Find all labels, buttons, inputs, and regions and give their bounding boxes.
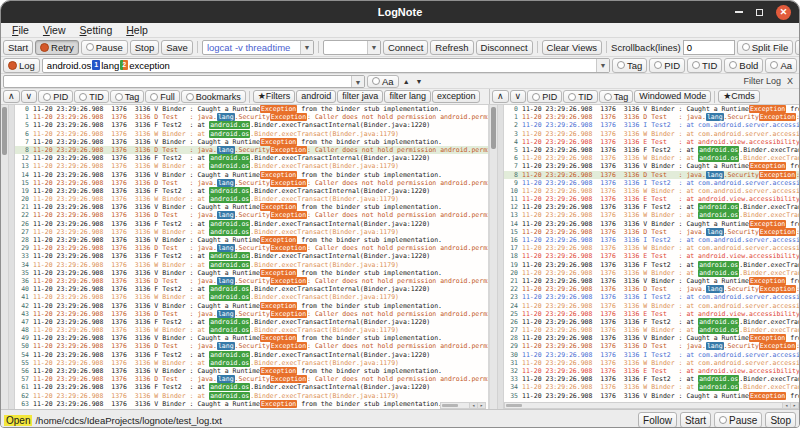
right-pid-checkbox[interactable]: PID: [527, 90, 562, 103]
chevron-down-icon[interactable]: ▼: [596, 59, 609, 72]
log-row[interactable]: 2911-20 23:29:26.908 1376 3136 D Test : …: [15, 244, 488, 252]
left-horizontal-scrollbar[interactable]: ◂ ▸: [440, 402, 486, 409]
clear-views-button[interactable]: Clear Views: [542, 40, 603, 55]
open-file-path[interactable]: /home/cdcs/IdeaProjects/lognote/test_log…: [35, 415, 635, 426]
log-row[interactable]: 2611-20 23:29:26.908 1376 3136 F Test2 :…: [504, 318, 799, 326]
log-row[interactable]: 3311-20 23:29:26.908 1376 3136 F Test2 :…: [504, 375, 799, 383]
log-row[interactable]: 4211-20 23:29:26.908 1376 3136 V Binder …: [15, 302, 488, 310]
log-row[interactable]: 4111-20 23:29:26.908 1376 3136 W Binder …: [15, 293, 488, 301]
right-vertical-scrollbar[interactable]: [490, 105, 498, 409]
log-row[interactable]: 011-20 23:29:26.908 1376 3136 V Binder :…: [504, 105, 799, 113]
log-row[interactable]: 511-20 23:29:26.908 1376 3136 F Test2 : …: [15, 121, 488, 129]
log-row[interactable]: 6211-20 23:29:26.908 1376 3136 W Binder …: [15, 392, 488, 400]
log-row[interactable]: 611-20 23:29:26.908 1376 3136 W Binder :…: [504, 154, 799, 162]
left-full-checkbox[interactable]: Full: [145, 90, 180, 103]
scroll-right-icon[interactable]: ▸: [477, 403, 485, 408]
log-row[interactable]: 2311-20 23:29:26.908 1376 3136 I Test2 :…: [504, 293, 799, 301]
right-horizontal-scrollbar[interactable]: ◂ ▸: [504, 402, 799, 409]
log-row[interactable]: 5411-20 23:29:26.908 1376 3136 F Test2 :…: [15, 351, 488, 359]
chevron-down-icon[interactable]: ▼: [351, 76, 364, 87]
log-row[interactable]: 1411-20 23:29:26.908 1376 3136 V Binder …: [15, 171, 488, 179]
log-row[interactable]: 3511-20 23:29:26.908 1376 3136 V Binder …: [504, 392, 799, 400]
filtered-log-rows[interactable]: ◂ ▸ 011-20 23:29:26.908 1376 3136 V Bind…: [15, 105, 488, 409]
status-pause-checkbox[interactable]: Pause: [714, 412, 762, 428]
retry-toggle[interactable]: Retry: [35, 40, 79, 55]
close-icon[interactable]: ✕: [776, 5, 791, 20]
apply-button[interactable]: Apply: [795, 40, 800, 55]
log-row[interactable]: 5011-20 23:29:26.908 1376 3136 D Test : …: [15, 342, 488, 350]
full-log-rows[interactable]: ◂ ▸ 011-20 23:29:26.908 1376 3136 V Bind…: [504, 105, 799, 409]
stop-button[interactable]: Stop: [130, 40, 160, 55]
log-row[interactable]: 611-20 23:29:26.908 1376 3136 W Binder :…: [15, 130, 488, 138]
log-row[interactable]: 011-20 23:29:26.908 1376 3136 V Binder :…: [15, 105, 488, 113]
log-row[interactable]: 5511-20 23:29:26.908 1376 3136 W Binder …: [15, 359, 488, 367]
log-row[interactable]: 2811-20 23:29:26.908 1376 3136 V Binder …: [15, 236, 488, 244]
saved-filter-filter-lang[interactable]: filter lang: [384, 90, 431, 103]
log-row[interactable]: 2511-20 23:29:26.908 1376 3136 E Test : …: [504, 310, 799, 318]
log-row[interactable]: 1011-20 23:29:26.908 1376 3136 W Binder …: [504, 187, 799, 195]
status-stop-button[interactable]: Stop: [765, 412, 796, 428]
scrollbar-thumb[interactable]: [491, 107, 496, 149]
log-row[interactable]: 1811-20 23:29:26.908 1376 3136 E Test : …: [504, 252, 799, 260]
save-button[interactable]: Save: [161, 40, 193, 55]
log-row[interactable]: 111-20 23:29:26.908 1376 3136 D Test : j…: [504, 113, 799, 121]
adb-command-combobox[interactable]: logcat -v threadtime ▼: [202, 40, 314, 55]
left-bookmarks-checkbox[interactable]: Bookmarks: [181, 90, 246, 103]
log-row[interactable]: 811-20 23:29:26.908 1376 3136 D Test : j…: [504, 171, 799, 179]
log-row[interactable]: 3611-20 23:29:26.908 1376 3136 D Test : …: [15, 277, 488, 285]
log-row[interactable]: 1211-20 23:29:26.908 1376 3136 F Test2 :…: [504, 203, 799, 211]
filter-tid-checkbox[interactable]: TID: [687, 58, 722, 73]
log-row[interactable]: 3411-20 23:29:26.908 1376 3136 W Binder …: [504, 383, 799, 391]
filter-aa-checkbox[interactable]: Aa: [765, 58, 797, 73]
log-row[interactable]: 1311-20 23:29:26.908 1376 3136 W Binder …: [504, 211, 799, 219]
chevron-down-icon[interactable]: ▼: [300, 41, 313, 54]
log-row[interactable]: 1311-20 23:29:26.908 1376 3136 W Binder …: [15, 162, 488, 170]
saved-filter-exception[interactable]: exception: [432, 90, 481, 103]
start-button[interactable]: Start: [3, 40, 33, 55]
log-row[interactable]: 4811-20 23:29:26.908 1376 3136 W Binder …: [15, 326, 488, 334]
right-tid-checkbox[interactable]: TID: [563, 90, 598, 103]
log-row[interactable]: 2611-20 23:29:26.908 1376 3136 F Test2 :…: [15, 220, 488, 228]
search-next-button[interactable]: ▼: [414, 78, 425, 85]
split-file-checkbox[interactable]: Split File: [737, 40, 793, 55]
log-row[interactable]: 2711-20 23:29:26.908 1376 3136 W Binder …: [504, 326, 799, 334]
filter-tag-checkbox[interactable]: Tag: [612, 58, 647, 73]
saved-filter-android[interactable]: android: [296, 90, 336, 103]
left-scroll-down-button[interactable]: ∨: [21, 90, 38, 103]
search-case-checkbox[interactable]: Aa: [367, 75, 399, 88]
filter-bold-checkbox[interactable]: Bold: [724, 58, 763, 73]
title-bar[interactable]: LogNote ✕: [1, 1, 799, 23]
windowed-mode-button[interactable]: Windowed Mode: [634, 90, 711, 103]
log-row[interactable]: 4011-20 23:29:26.908 1376 3136 F Test2 :…: [15, 285, 488, 293]
filtered-log-pane[interactable]: ◂ ▸ 011-20 23:29:26.908 1376 3136 V Bind…: [1, 105, 490, 409]
left-scroll-up-button[interactable]: ∧: [3, 90, 20, 103]
filter-log-close-button[interactable]: X: [783, 76, 797, 86]
log-row[interactable]: 511-20 23:29:26.908 1376 3136 F Test2 : …: [504, 146, 799, 154]
minimize-icon[interactable]: [735, 11, 743, 13]
log-row[interactable]: 5611-20 23:29:26.908 1376 3136 V Binder …: [15, 367, 488, 375]
log-row[interactable]: 2211-20 23:29:26.908 1376 3136 D Test : …: [15, 211, 488, 219]
full-log-pane[interactable]: ◂ ▸ 011-20 23:29:26.908 1376 3136 V Bind…: [490, 105, 799, 409]
log-row[interactable]: 2111-20 23:29:26.908 1376 3136 V Binder …: [15, 203, 488, 211]
log-row[interactable]: 3011-20 23:29:26.908 1376 3136 I Test2 :…: [504, 351, 799, 359]
left-vertical-scrollbar[interactable]: [1, 105, 9, 409]
pause-checkbox[interactable]: Pause: [81, 40, 128, 55]
disconnect-button[interactable]: Disconnect: [476, 40, 533, 55]
refresh-button[interactable]: Refresh: [430, 40, 473, 55]
right-scroll-down-button[interactable]: ∨: [510, 90, 527, 103]
log-row[interactable]: 2011-20 23:29:26.908 1376 3136 W Binder …: [15, 195, 488, 203]
menu-view[interactable]: View: [36, 24, 73, 36]
log-row[interactable]: 1511-20 23:29:26.908 1376 3136 D Test : …: [504, 228, 799, 236]
log-row[interactable]: 911-20 23:29:26.908 1376 3136 I Test2 : …: [504, 179, 799, 187]
left-tag-checkbox[interactable]: Tag: [110, 90, 145, 103]
menu-help[interactable]: Help: [119, 24, 155, 36]
log-row[interactable]: 6311-20 23:29:26.908 1376 3136 V Binder …: [15, 400, 488, 408]
log-row[interactable]: 2911-20 23:29:26.908 1376 3136 D Test : …: [504, 342, 799, 350]
scrollbar-thumb[interactable]: [2, 107, 7, 155]
log-row[interactable]: 4911-20 23:29:26.908 1376 3136 V Binder …: [15, 334, 488, 342]
log-row[interactable]: 2111-20 23:29:26.908 1376 3136 V Binder …: [504, 277, 799, 285]
scrollback-input[interactable]: 0: [683, 40, 735, 55]
log-row[interactable]: 211-20 23:29:26.908 1376 3136 I Test2 : …: [504, 121, 799, 129]
log-row[interactable]: 5711-20 23:29:26.908 1376 3136 D Test : …: [15, 375, 488, 383]
scrollbar-thumb[interactable]: [442, 404, 458, 407]
